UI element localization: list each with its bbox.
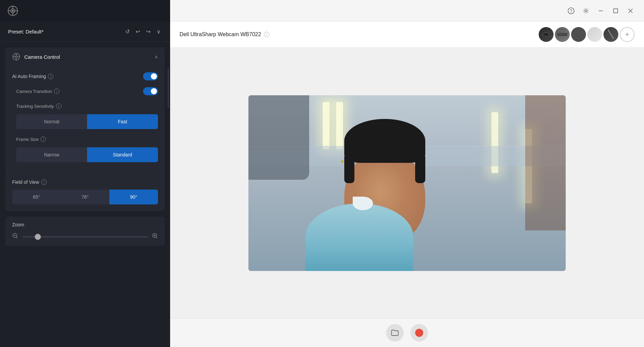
frame-size-narrow-button[interactable]: Narrow [16, 147, 87, 162]
ai-auto-framing-label: AI Auto Framing i [12, 74, 143, 79]
frame-size-label: Frame Size i [16, 134, 158, 144]
preset-dropdown-button[interactable]: ∨ [155, 27, 162, 36]
main-area: ? [170, 0, 644, 347]
tracking-sensitivity-info-icon[interactable]: i [56, 103, 61, 109]
camera-transition-toggle[interactable] [143, 87, 158, 95]
camera-transition-info-icon[interactable]: i [54, 89, 59, 94]
app-icon-bar [0, 0, 170, 22]
preset-reset-button[interactable]: ↺ [124, 27, 131, 36]
maximize-button[interactable] [609, 4, 622, 18]
zoom-section: Zoom [5, 217, 165, 246]
help-button[interactable]: ? [564, 4, 578, 18]
top-bar: ? [170, 0, 644, 22]
window-controls: ? [564, 4, 637, 18]
zoom-in-icon[interactable] [152, 233, 158, 241]
camera-preset-1-button[interactable] [539, 27, 554, 42]
svg-line-17 [156, 237, 158, 239]
fov-options-group: 65° 78° 90° [12, 190, 158, 204]
svg-point-28 [544, 33, 548, 35]
camera-presets: + [539, 27, 635, 42]
fov-label-row: Field of View i [12, 179, 158, 185]
preset-label: Preset: Default* [8, 29, 120, 34]
app-icon[interactable] [7, 5, 19, 17]
camera-control-title: Camera Control [24, 54, 151, 60]
frame-size-group: Narrow Standard [16, 147, 158, 162]
preset-bar: Preset: Default* ↺ ↩ ↪ ∨ [0, 22, 170, 42]
preset-actions: ↺ ↩ ↪ ∨ [124, 27, 162, 36]
zoom-track[interactable] [22, 236, 148, 238]
svg-point-6 [12, 10, 14, 12]
sidebar: Preset: Default* ↺ ↩ ↪ ∨ [0, 0, 170, 347]
video-container [248, 95, 566, 271]
ai-auto-framing-row: AI Auto Framing i [12, 69, 158, 84]
camera-preset-5-button[interactable] [603, 27, 618, 42]
tracking-sensitivity-fast-button[interactable]: Fast [87, 114, 158, 129]
svg-point-8 [15, 56, 17, 58]
tracking-sensitivity-group: Normal Fast [16, 114, 158, 129]
fov-divider [5, 174, 165, 174]
close-button[interactable] [624, 4, 637, 18]
camera-transition-row: Camera Transition i [16, 84, 158, 99]
fov-65-button[interactable]: 65° [12, 190, 61, 204]
camera-name: Dell UltraSharp Webcam WB7022 i [180, 31, 269, 38]
settings-button[interactable] [579, 4, 593, 18]
svg-point-22 [585, 10, 587, 12]
camera-transition-label: Camera Transition i [16, 89, 143, 94]
svg-text:?: ? [570, 8, 572, 14]
camera-preset-2-button[interactable] [555, 27, 570, 42]
zoom-row [12, 233, 158, 241]
svg-line-14 [17, 237, 18, 239]
bottom-controls [170, 318, 644, 347]
zoom-title: Zoom [12, 222, 158, 227]
camera-info-icon[interactable]: i [264, 32, 269, 37]
minimize-button[interactable] [594, 4, 608, 18]
tracking-sensitivity-section: Tracking Sensitivity i Normal Fast [16, 101, 158, 129]
camera-preset-4-button[interactable] [587, 27, 602, 42]
sidebar-content: Camera Control ∧ AI Auto Framing i C [0, 42, 170, 347]
camera-control-header[interactable]: Camera Control ∧ [5, 47, 165, 66]
webcam-preview [248, 95, 566, 271]
scroll-indicator [168, 68, 169, 108]
camera-control-icon [12, 53, 20, 61]
frame-size-info-icon[interactable]: i [41, 137, 46, 142]
tracking-sensitivity-label: Tracking Sensitivity i [16, 101, 158, 111]
camera-preset-3-button[interactable] [571, 27, 586, 42]
camera-transition-section: Camera Transition i Tracking Sensitivity… [12, 84, 158, 162]
video-area [170, 48, 644, 318]
preset-prefix: Preset: [8, 29, 24, 34]
camera-info-row: Dell UltraSharp Webcam WB7022 i + [170, 22, 644, 48]
fov-info-icon[interactable]: i [41, 179, 47, 185]
camera-control-body: AI Auto Framing i Camera Transition i [5, 66, 165, 172]
camera-control-chevron: ∧ [155, 54, 158, 59]
field-of-view-section: Field of View i 65° 78° 90° [5, 175, 165, 211]
tracking-sensitivity-normal-button[interactable]: Normal [16, 114, 87, 129]
preset-undo-button[interactable]: ↩ [134, 27, 141, 36]
fov-78-button[interactable]: 78° [61, 190, 109, 204]
camera-control-section: Camera Control ∧ AI Auto Framing i C [5, 47, 165, 211]
folder-button[interactable] [386, 324, 404, 342]
camera-preset-add-button[interactable]: + [620, 27, 635, 42]
zoom-thumb[interactable] [35, 234, 41, 240]
ai-auto-framing-toggle[interactable] [143, 72, 158, 80]
preset-name: Default* [26, 29, 44, 34]
fov-label: Field of View [12, 179, 39, 185]
record-button[interactable] [410, 324, 428, 342]
svg-rect-24 [614, 9, 618, 13]
frame-size-standard-button[interactable]: Standard [87, 147, 158, 162]
frame-size-section: Frame Size i Narrow Standard [16, 134, 158, 162]
zoom-out-icon[interactable] [12, 233, 18, 241]
ai-auto-framing-info-icon[interactable]: i [48, 74, 53, 79]
record-dot [415, 329, 423, 337]
preset-redo-button[interactable]: ↪ [145, 27, 152, 36]
fov-90-button[interactable]: 90° [109, 190, 158, 204]
